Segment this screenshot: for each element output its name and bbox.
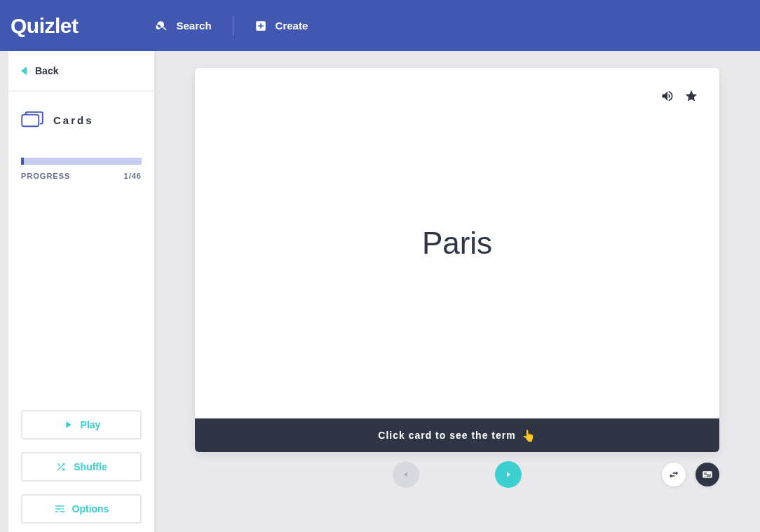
flashcard[interactable]: Paris Click card to see the term 👆 [195,68,719,452]
svg-rect-0 [22,115,39,127]
card-hint: Click card to see the term 👆 [195,418,719,452]
next-card-button[interactable] [495,461,522,488]
sidebar: Back Cards PROGRESS 1/46 Play [8,51,154,532]
create-nav[interactable]: Create [240,20,323,32]
options-icon [54,503,65,514]
header-nav: Search Create [142,16,323,36]
back-button[interactable]: Back [8,51,154,92]
caret-right-icon [503,470,513,479]
swap-sides-button[interactable] [662,463,686,486]
caret-left-icon [21,67,27,75]
keyboard-shortcuts-button[interactable] [695,463,719,486]
caret-left-icon [401,470,411,479]
prev-card-button [393,461,419,488]
main-area: Paris Click card to see the term 👆 [154,51,760,532]
audio-icon[interactable] [660,89,674,103]
swap-icon [668,469,679,480]
progress-count: 1/46 [124,172,142,180]
play-label: Play [81,419,101,430]
back-label: Back [35,65,58,76]
app-header: Quizlet Search Create [0,0,760,51]
progress-bar [21,158,142,165]
logo[interactable]: Quizlet [11,14,79,38]
star-icon[interactable] [684,89,698,103]
point-up-icon: 👆 [522,429,536,442]
progress-label: PROGRESS [21,172,70,180]
search-icon [156,20,168,32]
shuffle-label: Shuffle [74,461,107,472]
search-label: Search [177,20,212,32]
options-button[interactable]: Options [21,494,142,524]
mode-row: Cards [8,92,154,137]
cards-icon [21,111,43,128]
create-icon [255,20,267,32]
options-label: Options [72,503,109,514]
create-label: Create [276,20,308,32]
progress-fill [21,158,24,165]
keyboard-icon [702,469,713,480]
progress-block: PROGRESS 1/46 [8,137,154,186]
card-nav-controls [195,459,719,490]
play-icon [62,419,74,430]
card-body: Paris [195,68,719,418]
mode-label: Cards [53,114,94,126]
card-term: Paris [422,226,492,261]
nav-divider [233,16,233,36]
card-hint-text: Click card to see the term [378,430,515,441]
shuffle-icon [55,461,67,472]
shuffle-button[interactable]: Shuffle [21,452,142,482]
play-button[interactable]: Play [21,410,142,439]
search-nav[interactable]: Search [142,20,226,32]
